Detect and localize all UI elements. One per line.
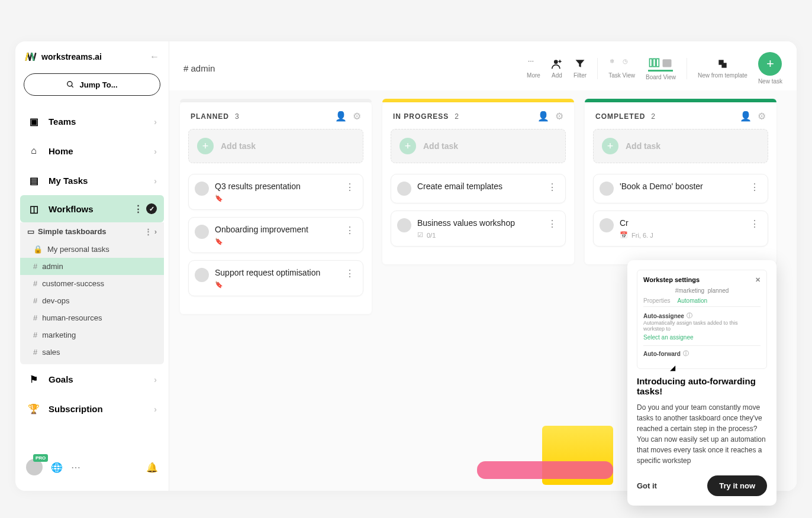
gear-icon[interactable]: ⚙ xyxy=(353,111,361,122)
task-card[interactable]: Business values workshop☑0/1⋮ xyxy=(391,211,566,247)
task-card[interactable]: Onboarding improvement🔖⋮ xyxy=(188,217,363,253)
onboarding-popup: Workstep settings ✕ #marketing planned P… xyxy=(627,260,776,506)
template-button[interactable]: New from template xyxy=(698,58,747,79)
nav-subscription[interactable]: 🏆 Subscription › xyxy=(15,394,169,423)
hash-icon: # xyxy=(33,296,37,305)
column-title: IN PROGRESS xyxy=(393,112,449,121)
globe-icon[interactable]: 🌐 xyxy=(51,462,63,473)
new-task-button[interactable]: + New task xyxy=(758,52,782,85)
user-avatar[interactable]: PRO xyxy=(26,459,43,475)
clock-icon: ◷ xyxy=(623,58,634,70)
person-icon[interactable]: 👤 xyxy=(537,111,549,122)
sidebar-channel-marketing[interactable]: #marketing xyxy=(20,326,164,344)
more-button[interactable]: ⋯More xyxy=(527,58,540,79)
gear-icon[interactable]: ⚙ xyxy=(555,111,563,122)
task-card[interactable]: 'Book a Demo' booster⋮ xyxy=(593,174,768,203)
avatar xyxy=(397,182,411,196)
card-title: Create email templates xyxy=(417,182,539,191)
lock-icon: 🔒 xyxy=(33,245,43,254)
svg-point-2 xyxy=(554,60,558,64)
gear-icon[interactable]: ⚙ xyxy=(758,111,766,122)
task-card[interactable]: Create email templates⋮ xyxy=(391,174,566,203)
sidebar-channel-customer-success[interactable]: #customer-success xyxy=(20,275,164,292)
task-view-button[interactable]: ❄◷ Task View xyxy=(608,58,635,79)
more-vertical-icon[interactable]: ⋮ xyxy=(134,203,143,214)
column-count: 2 xyxy=(455,112,459,121)
more-horizontal-icon[interactable]: ⋯ xyxy=(71,462,80,473)
svg-rect-8 xyxy=(663,59,672,67)
card-title: Q3 results presentation xyxy=(215,182,337,191)
chevron-right-icon: › xyxy=(154,404,157,414)
board-view-button[interactable]: Board View xyxy=(646,57,676,80)
subnav-header[interactable]: ▭ Simple taskboards ⋮ › xyxy=(20,222,164,241)
avatar xyxy=(195,182,209,196)
svg-rect-5 xyxy=(650,59,652,66)
more-vertical-icon[interactable]: ⋮ xyxy=(343,225,357,236)
tab-automation[interactable]: Automation xyxy=(678,297,708,304)
sidebar-channel-human-resources[interactable]: #human-resources xyxy=(20,309,164,326)
search-icon xyxy=(66,80,75,89)
card-title: Business values workshop xyxy=(417,218,539,228)
column-in-progress: IN PROGRESS2👤⚙+Add taskCreate email temp… xyxy=(382,99,574,483)
nav-home[interactable]: ⌂ Home › xyxy=(15,136,169,166)
chevron-right-icon: › xyxy=(154,146,157,156)
person-icon[interactable]: 👤 xyxy=(335,111,347,122)
more-vertical-icon[interactable]: ⋮ xyxy=(747,218,762,229)
chevron-right-icon: › xyxy=(154,374,157,384)
add-button[interactable]: Add xyxy=(551,58,563,79)
collapse-sidebar-icon[interactable]: ← xyxy=(150,51,159,62)
add-task-button[interactable]: +Add task xyxy=(188,129,363,163)
more-vertical-icon[interactable]: ⋮ xyxy=(545,182,559,193)
more-vertical-icon[interactable]: ⋮ xyxy=(343,268,357,279)
trophy-icon: 🏆 xyxy=(27,402,40,415)
jump-to-button[interactable]: Jump To... xyxy=(24,73,160,96)
svg-point-0 xyxy=(67,82,72,86)
tab-properties[interactable]: Properties xyxy=(643,297,671,304)
more-vertical-icon[interactable]: ⋮ xyxy=(545,218,559,229)
sidebar-channel-admin[interactable]: #admin xyxy=(20,258,164,275)
close-icon[interactable]: ✕ xyxy=(755,276,761,284)
columns-icon xyxy=(648,57,660,69)
workflows-icon: ◫ xyxy=(27,202,40,215)
nav-mytasks[interactable]: ▤ My Tasks › xyxy=(15,166,169,195)
check-circle-icon[interactable]: ✓ xyxy=(146,203,157,214)
snowflake-icon: ❄ xyxy=(610,58,621,70)
try-it-button[interactable]: Try it now xyxy=(707,475,767,496)
add-task-button[interactable]: +Add task xyxy=(391,129,566,163)
nav-teams[interactable]: ▣ Teams › xyxy=(15,106,169,136)
sidebar-channel-dev-ops[interactable]: #dev-ops xyxy=(20,292,164,309)
avatar xyxy=(600,218,614,232)
decorative-pink xyxy=(477,461,613,479)
task-card[interactable]: Support request optimisation🔖⋮ xyxy=(188,260,363,296)
filter-button[interactable]: Filter xyxy=(573,58,587,79)
calendar-icon xyxy=(661,57,673,69)
sidebar-channel-sales[interactable]: #sales xyxy=(20,344,164,361)
nav-goals[interactable]: ⚑ Goals › xyxy=(15,364,169,394)
card-title: Cr xyxy=(620,218,742,228)
bell-icon[interactable]: 🔔 xyxy=(146,462,158,473)
select-assignee-link[interactable]: Select an assignee xyxy=(643,334,761,341)
nav-workflows[interactable]: ◫ Workflows ⋮ ✓ xyxy=(20,195,164,222)
person-icon[interactable]: 👤 xyxy=(740,111,752,122)
more-vertical-icon[interactable]: ⋮ xyxy=(343,182,357,193)
popup-body: Do you and your team constantly move tas… xyxy=(637,402,767,466)
hash-icon: # xyxy=(33,279,37,288)
info-icon: ⓘ xyxy=(687,312,692,320)
svg-rect-10 xyxy=(721,63,726,67)
sidebar-channel-My-personal-tasks[interactable]: 🔒My personal tasks xyxy=(20,241,164,258)
avatar xyxy=(600,182,614,196)
got-it-button[interactable]: Got it xyxy=(637,481,657,490)
task-card[interactable]: Cr📅Fri, 6. J⋮ xyxy=(593,211,768,247)
plus-icon: + xyxy=(399,138,416,154)
logo-row: workstreams.ai ← xyxy=(15,51,169,70)
add-task-button[interactable]: +Add task xyxy=(593,129,768,163)
pro-badge: PRO xyxy=(33,454,48,462)
task-card[interactable]: Q3 results presentation🔖⋮ xyxy=(188,174,363,210)
column-count: 2 xyxy=(651,112,655,121)
hash-icon: # xyxy=(33,331,37,339)
column-count: 3 xyxy=(235,112,239,121)
more-vertical-icon[interactable]: ⋮ xyxy=(747,182,762,193)
flag-icon: ⚑ xyxy=(27,373,40,386)
hash-icon: # xyxy=(33,262,37,271)
bookmark-icon: 🔖 xyxy=(215,238,223,245)
